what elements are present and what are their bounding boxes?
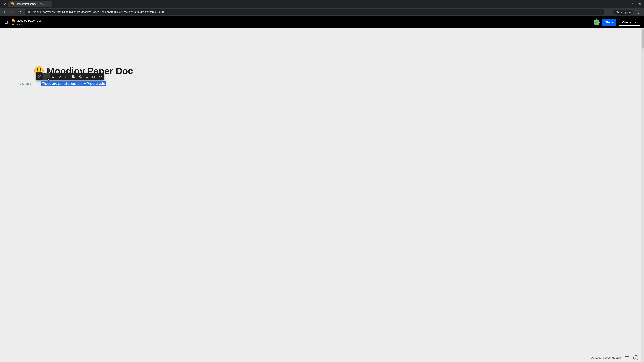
bullet-list-icon bbox=[85, 75, 88, 78]
svg-rect-25 bbox=[626, 358, 628, 359]
tab-title: Moodjoy Paper Doc – Dropbox bbox=[16, 2, 45, 5]
highlight-icon bbox=[58, 75, 62, 78]
breadcrumb[interactable]: Dropbox bbox=[12, 23, 42, 26]
svg-point-15 bbox=[86, 77, 86, 77]
author-label: Lauren D bbox=[20, 82, 32, 85]
formatting-toolbar: T B S H1 H2 bbox=[36, 73, 104, 80]
window-controls: — ▢ ✕ bbox=[625, 2, 642, 5]
app-header: 😃 Moodjoy Paper Doc Dropbox LD Share Cre… bbox=[0, 16, 644, 28]
svg-point-22 bbox=[626, 357, 627, 358]
tab-favicon-icon: 😃 bbox=[10, 2, 14, 6]
incognito-icon bbox=[616, 11, 619, 13]
new-tab-button[interactable]: + bbox=[54, 2, 59, 6]
reload-button[interactable] bbox=[17, 9, 23, 15]
svg-rect-3 bbox=[29, 12, 30, 13]
help-button[interactable]: ? bbox=[633, 355, 638, 360]
updated-timestamp: Updated 3 seconds ago bbox=[591, 356, 621, 360]
svg-point-21 bbox=[626, 357, 626, 358]
keyboard-icon bbox=[625, 356, 629, 359]
svg-rect-19 bbox=[92, 76, 94, 78]
text-style-button[interactable]: T bbox=[36, 73, 43, 80]
folder-icon bbox=[12, 24, 14, 26]
checklist-icon bbox=[92, 75, 95, 78]
side-panel-icon[interactable] bbox=[607, 10, 610, 14]
header-doc-emoji-icon: 😃 bbox=[12, 19, 15, 23]
svg-point-13 bbox=[86, 76, 86, 76]
browser-menu-icon[interactable]: ⋮ bbox=[636, 10, 641, 14]
svg-point-6 bbox=[616, 12, 617, 13]
svg-rect-9 bbox=[5, 21, 8, 24]
svg-point-24 bbox=[628, 357, 628, 358]
checklist-button[interactable] bbox=[90, 73, 97, 80]
svg-point-23 bbox=[627, 357, 628, 358]
window-maximize-icon[interactable]: ▢ bbox=[632, 2, 634, 5]
svg-point-7 bbox=[618, 12, 618, 13]
link-button[interactable] bbox=[63, 73, 70, 80]
comment-button[interactable] bbox=[97, 73, 104, 80]
avatar[interactable]: LD bbox=[594, 19, 600, 25]
svg-rect-2 bbox=[28, 12, 29, 13]
h2-icon: H2 bbox=[79, 75, 82, 79]
address-bar[interactable]: dropbox.com/scl/fi/n3zfj9fyi392l1d8x5ist… bbox=[25, 9, 604, 15]
browser-toolbar: dropbox.com/scl/fi/n3zfj9fyi392l1d8x5ist… bbox=[0, 8, 644, 16]
share-button[interactable]: Share bbox=[602, 19, 616, 26]
back-button[interactable] bbox=[2, 9, 8, 15]
document-canvas[interactable]: 😃 Moodjoy Paper Doc T B S bbox=[0, 28, 644, 362]
breadcrumb-label: Dropbox bbox=[15, 23, 24, 26]
window-minimize-icon[interactable]: — bbox=[625, 2, 628, 5]
tab-close-icon[interactable]: ✕ bbox=[48, 2, 50, 5]
link-icon bbox=[65, 75, 68, 78]
svg-rect-0 bbox=[28, 11, 29, 12]
incognito-label: Incognito bbox=[620, 11, 630, 13]
sidebar-toggle-button[interactable] bbox=[4, 20, 8, 25]
browser-tab[interactable]: 😃 Moodjoy Paper Doc – Dropbox ✕ bbox=[8, 1, 52, 7]
forward-button[interactable] bbox=[10, 9, 16, 15]
strikethrough-icon: S bbox=[52, 75, 54, 79]
svg-text:T: T bbox=[39, 76, 40, 78]
tab-strip: 😃 Moodjoy Paper Doc – Dropbox ✕ + — ▢ ✕ bbox=[0, 0, 644, 8]
h2-button[interactable]: H2 bbox=[77, 73, 84, 80]
text-style-icon: T bbox=[38, 75, 41, 78]
url-text: dropbox.com/scl/fi/n3zfj9fyi392l1d8x5ist… bbox=[32, 10, 164, 13]
svg-rect-1 bbox=[29, 11, 30, 12]
h1-icon: H1 bbox=[72, 75, 75, 79]
h1-button[interactable]: H1 bbox=[70, 73, 77, 80]
comment-icon bbox=[99, 75, 102, 78]
window-close-icon[interactable]: ✕ bbox=[639, 2, 641, 5]
svg-rect-20 bbox=[625, 357, 629, 359]
cursor-pointer-icon bbox=[47, 77, 50, 81]
selected-body-text[interactable]: These are compilations of my Photographs bbox=[41, 81, 106, 86]
keyboard-shortcuts-button[interactable] bbox=[624, 355, 630, 360]
status-footer: Updated 3 seconds ago ? bbox=[0, 354, 641, 362]
svg-point-17 bbox=[86, 77, 86, 78]
bookmark-star-icon[interactable]: ☆ bbox=[599, 10, 602, 14]
incognito-indicator[interactable]: Incognito bbox=[613, 10, 633, 14]
site-settings-icon[interactable] bbox=[28, 10, 30, 13]
header-doc-title[interactable]: Moodjoy Paper Doc bbox=[16, 19, 42, 22]
svg-rect-4 bbox=[607, 11, 610, 13]
highlight-button[interactable] bbox=[56, 73, 63, 80]
strikethrough-button[interactable]: S bbox=[50, 73, 56, 80]
bullet-list-button[interactable] bbox=[84, 73, 90, 80]
tab-search-dropdown[interactable] bbox=[2, 1, 8, 7]
create-doc-button[interactable]: Create doc bbox=[619, 19, 640, 26]
